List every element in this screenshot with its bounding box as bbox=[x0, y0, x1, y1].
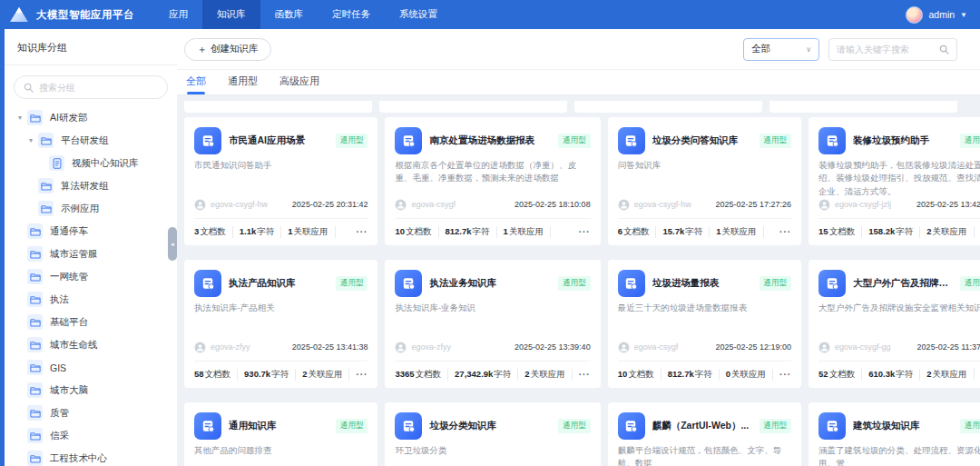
type-badge: 通用型 bbox=[760, 134, 792, 148]
type-filter-value: 全部 bbox=[751, 43, 770, 55]
create-kb-button[interactable]: ＋ 创建知识库 bbox=[184, 38, 271, 61]
more-button[interactable]: ··· bbox=[579, 227, 591, 237]
nav-item-2[interactable]: 知识库 bbox=[202, 0, 260, 29]
user-menu[interactable]: admin ▼ bbox=[906, 6, 967, 24]
stat-number: 27,342.9k bbox=[455, 369, 493, 379]
sidebar-group-item[interactable]: 城市生命线 bbox=[5, 333, 177, 356]
card-header: 执法业务知识库通用型 bbox=[395, 270, 590, 297]
knowledge-base-icon bbox=[618, 270, 645, 297]
toolbar-right: 全部 ∨ bbox=[743, 38, 957, 61]
sidebar-group-item[interactable]: 通通停车 bbox=[5, 220, 177, 243]
stat-label: 关联应用 bbox=[509, 226, 544, 236]
owner-avatar-icon bbox=[618, 341, 630, 352]
card-description: 装修垃圾预约助手，包括装修垃圾清运处置介绍、装修垃圾处理指引、投放规范、查找清运… bbox=[818, 159, 980, 198]
app-window: 大模型智能应用平台 应用知识库函数库定时任务系统设置 admin ▼ 知识库分组… bbox=[0, 0, 980, 466]
sidebar-group-item[interactable]: GIS bbox=[5, 356, 177, 379]
card-title: 市民通AI应用场景 bbox=[229, 134, 331, 147]
keyword-search-box[interactable] bbox=[828, 38, 957, 61]
sidebar-group-item[interactable]: 城市大脑 bbox=[5, 379, 177, 402]
stat-number: 930.7k bbox=[244, 369, 270, 379]
group-search-input[interactable] bbox=[39, 83, 158, 93]
stat-label: 字符 bbox=[896, 369, 913, 379]
kb-card[interactable]: 市民通AI应用场景通用型市民通知识问答助手egova-csygf-hw2025-… bbox=[184, 117, 377, 245]
kb-card[interactable]: 建筑垃圾知识库通用型涵盖了建筑垃圾的分类、处理流程、资源化利用、管 bbox=[808, 402, 980, 466]
nav-item-4[interactable]: 定时任务 bbox=[318, 0, 385, 29]
more-button[interactable]: ··· bbox=[356, 370, 368, 380]
stat-item: 1关联应用 bbox=[504, 226, 551, 238]
sidebar-group-item[interactable]: 城市运管服 bbox=[5, 243, 177, 265]
keyword-search-input[interactable] bbox=[837, 45, 936, 55]
app-logo-icon bbox=[9, 6, 29, 23]
type-badge: 通用型 bbox=[558, 276, 591, 291]
owner-avatar-icon bbox=[818, 341, 830, 352]
knowledge-base-icon bbox=[618, 127, 645, 154]
kb-card[interactable]: 执法产品知识库通用型执法知识库-产品相关egova-zfyy2025-02-25… bbox=[184, 260, 377, 388]
stat-label: 关联应用 bbox=[294, 226, 328, 236]
sidebar-group-item[interactable]: 视频中心知识库 bbox=[5, 152, 177, 174]
sidebar-group-item[interactable]: 质管 bbox=[5, 402, 177, 424]
kb-card[interactable]: 垃圾进场量报表通用型最近三十天的垃圾进场量数据报表egova-csygf2025… bbox=[608, 260, 801, 388]
kb-card[interactable]: 垃圾分类知识库通用型环卫垃圾分类 bbox=[385, 402, 600, 466]
card-description: 麒麟平台端设计规范，包括颜色、文字、导航、数据 bbox=[618, 444, 791, 466]
tab-1[interactable]: 全部 bbox=[186, 74, 206, 94]
scrolled-card-bottoms bbox=[184, 101, 957, 113]
sidebar-group-item[interactable]: 一网统管 bbox=[5, 265, 177, 288]
stat-label: 文档数 bbox=[416, 369, 442, 379]
kb-card[interactable]: 通用知识库通用型其他产品的问题排查 bbox=[184, 402, 377, 466]
more-button[interactable]: ··· bbox=[779, 370, 791, 380]
kb-card[interactable]: 垃圾分类问答知识库通用型问答知识库egova-csygf-hw2025-02-2… bbox=[608, 117, 801, 245]
nav-item-3[interactable]: 函数库 bbox=[260, 0, 318, 29]
stat-label: 文档数 bbox=[829, 369, 856, 379]
stat-label: 关联应用 bbox=[933, 226, 967, 236]
nav-item-1[interactable]: 应用 bbox=[154, 0, 202, 29]
owner-avatar-icon bbox=[818, 198, 830, 210]
sidebar-group-item[interactable]: 基础平台 bbox=[5, 311, 177, 333]
card-header: 执法产品知识库通用型 bbox=[194, 270, 368, 297]
more-button[interactable]: ··· bbox=[356, 227, 368, 237]
sidebar-group-item[interactable]: 工程技术中心 bbox=[5, 447, 177, 466]
card-title: 南京处置场进场数据报表 bbox=[429, 134, 554, 147]
type-badge: 通用型 bbox=[960, 419, 980, 433]
group-search-box[interactable] bbox=[14, 75, 168, 99]
kb-card[interactable]: 麒麟（ZartUI-Web）...通用型麒麟平台端设计规范，包括颜色、文字、导航… bbox=[608, 402, 801, 466]
stat-number: 0 bbox=[726, 369, 730, 379]
tab-2[interactable]: 通用型 bbox=[228, 74, 258, 94]
user-avatar[interactable] bbox=[906, 6, 923, 24]
card-bottom-strip bbox=[574, 101, 762, 113]
kb-card[interactable]: 执法业务知识库通用型执法知识库-业务知识egova-zfyy2025-02-25… bbox=[385, 260, 600, 388]
card-stats-row: 58文档数930.7k字符2关联应用··· bbox=[194, 361, 368, 388]
card-stats-row: 3365文档数27,342.9k字符2关联应用··· bbox=[395, 361, 590, 388]
sidebar-group-item[interactable]: ▾平台研发组 bbox=[5, 129, 177, 152]
kb-card[interactable]: 装修垃圾预约助手通用型装修垃圾预约助手，包括装修垃圾清运处置介绍、装修垃圾处理指… bbox=[808, 117, 980, 245]
tree-caret-icon[interactable]: ▾ bbox=[15, 114, 24, 122]
owner-avatar-icon bbox=[618, 198, 630, 210]
group-label: 示例应用 bbox=[61, 203, 99, 215]
card-description: 大型户外广告及招牌设施安全监管相关知识库 bbox=[818, 302, 980, 314]
type-badge: 通用型 bbox=[336, 276, 368, 291]
tab-3[interactable]: 高级应用 bbox=[279, 74, 319, 94]
sidebar-group-item[interactable]: 算法研发组 bbox=[5, 174, 177, 197]
card-owner-row: egova-csygf-gg2025-02-25 11:37:01 bbox=[818, 341, 980, 361]
tree-caret-icon[interactable]: ▾ bbox=[26, 136, 35, 144]
stat-label: 字符 bbox=[896, 226, 913, 236]
card-updated-date: 2025-02-25 11:37:01 bbox=[917, 342, 980, 352]
more-button[interactable]: ··· bbox=[779, 227, 791, 237]
sidebar-group-item[interactable]: 执法 bbox=[5, 288, 177, 311]
sidebar-group-item[interactable]: ▾AI研发部 bbox=[5, 106, 177, 129]
sidebar-collapse-handle[interactable]: ◂ bbox=[168, 227, 177, 261]
type-filter-select[interactable]: 全部 ∨ bbox=[743, 38, 819, 61]
knowledge-base-icon bbox=[194, 127, 221, 154]
stat-label: 文档数 bbox=[205, 369, 231, 379]
card-updated-date: 2025-02-25 13:41:38 bbox=[292, 342, 368, 352]
more-button[interactable]: ··· bbox=[579, 370, 591, 380]
card-owner-row: egova-zfyy2025-02-25 13:41:38 bbox=[194, 341, 368, 361]
kb-card[interactable]: 大型户外广告及招牌设...通用型大型户外广告及招牌设施安全监管相关知识库egov… bbox=[808, 260, 980, 388]
main-content: ＋ 创建知识库 全部 ∨ 全部通用型高级应用 市 bbox=[177, 29, 980, 466]
folder-icon bbox=[27, 269, 43, 284]
sidebar-group-item[interactable]: 示例应用 bbox=[5, 197, 177, 220]
kb-card[interactable]: 南京处置场进场数据报表通用型根据南京各个处置单位的进场数据（净重）、皮重、毛重、… bbox=[385, 117, 600, 245]
card-title: 装修垃圾预约助手 bbox=[853, 134, 956, 147]
sidebar-group-item[interactable]: 信采 bbox=[5, 424, 177, 447]
nav-item-5[interactable]: 系统设置 bbox=[385, 0, 452, 29]
card-stats-row: 6文档数15.7k字符1关联应用··· bbox=[618, 218, 791, 245]
